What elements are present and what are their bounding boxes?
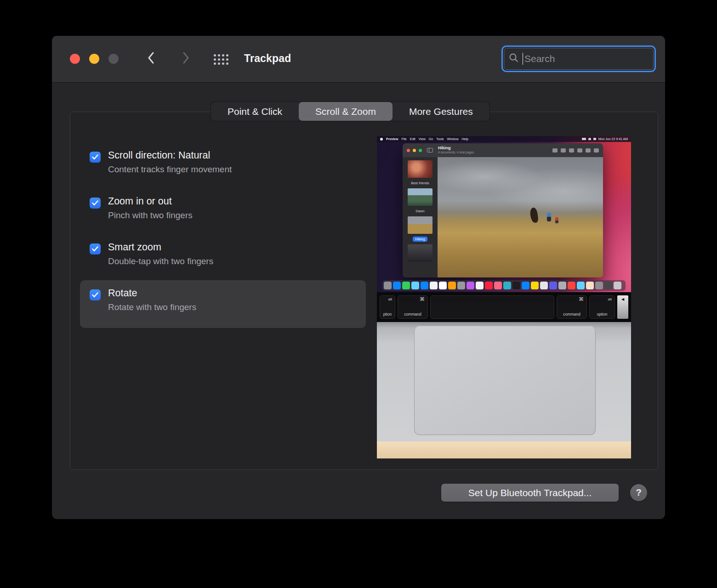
photo-thumbnail bbox=[408, 160, 432, 178]
preview-menu-item: Tools bbox=[436, 137, 444, 141]
demo-desk-surface bbox=[377, 441, 631, 458]
preview-menu-item: Help bbox=[461, 137, 468, 141]
dock-app-icon bbox=[604, 282, 612, 289]
preview-menu-item: Preview bbox=[386, 137, 398, 141]
search-input[interactable]: Search bbox=[524, 53, 555, 64]
dock-app-icon bbox=[439, 282, 447, 289]
titlebar: Trackpad Search bbox=[52, 36, 665, 83]
dock-app-icon bbox=[586, 282, 594, 289]
preview-menubar-items: PreviewFileEditViewGoToolsWindowHelp bbox=[386, 137, 468, 141]
option-key: alt ption bbox=[380, 295, 395, 319]
demo-preview-app-window: Hiking 4 documents, 4 total pages bbox=[403, 143, 603, 277]
setting-checkbox[interactable] bbox=[90, 289, 101, 300]
share-icon bbox=[569, 148, 574, 153]
demo-clock: Mon Jun 22 9:41 AM bbox=[598, 137, 628, 141]
hiking-photo bbox=[438, 157, 603, 277]
tab-more-gestures[interactable]: More Gestures bbox=[393, 102, 489, 121]
demo-document-subtitle: 4 documents, 4 total pages bbox=[438, 151, 474, 154]
dock-app-icon bbox=[558, 282, 566, 289]
setting-row[interactable]: Smart zoom Double-tap with two fingers bbox=[80, 234, 366, 282]
control-center-icon bbox=[593, 138, 596, 140]
dock-app-icon bbox=[531, 282, 539, 289]
demo-close-button bbox=[407, 149, 410, 152]
chevron-right-icon bbox=[182, 52, 189, 66]
preview-sidebar-item: Hiking bbox=[403, 216, 438, 242]
show-all-grid-icon[interactable] bbox=[214, 54, 228, 65]
close-button[interactable] bbox=[70, 54, 80, 64]
back-button[interactable] bbox=[144, 51, 158, 67]
dock-app-icon bbox=[476, 282, 484, 289]
preview-menu-item: Edit bbox=[410, 137, 415, 141]
preview-menu-item: Window bbox=[447, 137, 459, 141]
markup-icon bbox=[577, 148, 582, 153]
preview-sidebar-item: Dawn bbox=[403, 188, 438, 214]
setting-description: Rotate with two fingers bbox=[108, 302, 196, 312]
demo-document-title: Hiking bbox=[438, 146, 474, 151]
setting-description: Pinch with two fingers bbox=[108, 210, 193, 220]
space-key bbox=[430, 295, 554, 319]
dock-app-icon bbox=[457, 282, 465, 289]
help-button[interactable]: ? bbox=[630, 484, 647, 501]
dock-app-icon bbox=[411, 282, 419, 289]
demo-menubar: PreviewFileEditViewGoToolsWindowHelp Mon… bbox=[377, 136, 631, 142]
gesture-tabbar: Point & Click Scroll & Zoom More Gesture… bbox=[211, 102, 490, 121]
setting-checkbox[interactable] bbox=[90, 152, 101, 163]
setting-label: Smart zoom bbox=[108, 242, 213, 253]
sidebar-toggle-icon bbox=[427, 148, 433, 153]
dock-app-icon bbox=[448, 282, 456, 289]
dock-app-icon bbox=[577, 282, 585, 289]
demo-minimize-button bbox=[413, 149, 416, 152]
setting-row[interactable]: Zoom in or out Pinch with two fingers bbox=[80, 188, 366, 236]
setting-description: Double-tap with two fingers bbox=[108, 256, 213, 266]
forward-button[interactable] bbox=[179, 51, 193, 67]
zoom-in-icon bbox=[561, 148, 566, 153]
setting-label: Rotate bbox=[108, 288, 196, 299]
dock-app-icon bbox=[614, 282, 621, 289]
command-key: ⌘ command bbox=[557, 295, 587, 319]
keyboard-edge: ◀ bbox=[617, 295, 628, 319]
demo-toolbar bbox=[552, 148, 599, 153]
command-key: ⌘ command bbox=[398, 295, 428, 319]
setting-description: Content tracks finger movement bbox=[108, 164, 232, 175]
thumbnail-label: Best friends bbox=[408, 181, 432, 186]
demo-palmrest bbox=[377, 322, 631, 441]
option-key: alt option bbox=[589, 295, 615, 319]
search-field[interactable]: Search bbox=[501, 45, 656, 72]
hiker-figure bbox=[555, 217, 558, 223]
setting-checkbox[interactable] bbox=[90, 243, 101, 254]
photo-thumbnail bbox=[408, 216, 432, 234]
demo-desktop-wallpaper: PreviewFileEditViewGoToolsWindowHelp Mon… bbox=[377, 136, 631, 292]
dock-app-icon bbox=[595, 282, 603, 289]
dock-app-icon bbox=[512, 282, 520, 289]
chevron-left-icon bbox=[148, 52, 154, 66]
setting-label: Scroll direction: Natural bbox=[108, 150, 232, 161]
setting-row[interactable]: Rotate Rotate with two fingers bbox=[80, 280, 366, 328]
setup-bluetooth-trackpad-button[interactable]: Set Up Bluetooth Trackpad... bbox=[441, 484, 619, 502]
setting-row[interactable]: Scroll direction: Natural Content tracks… bbox=[80, 142, 366, 190]
setting-checkbox[interactable] bbox=[90, 198, 101, 209]
minimize-button[interactable] bbox=[89, 54, 99, 64]
arrow-left-icon: ◀ bbox=[617, 297, 628, 301]
search-icon bbox=[509, 53, 519, 65]
preview-sidebar: Best friendsDawnHiking bbox=[403, 157, 438, 277]
zoom-button bbox=[108, 54, 119, 64]
rotate-icon bbox=[586, 148, 591, 153]
trackpad-preferences-window: Trackpad Search Point & Click Scroll & Z… bbox=[52, 36, 665, 519]
dock-app-icon bbox=[549, 282, 557, 289]
dock-app-icon bbox=[568, 282, 575, 289]
dock-app-icon bbox=[384, 282, 392, 289]
thumbnail-label: Dawn bbox=[413, 209, 427, 214]
dock-app-icon bbox=[540, 282, 548, 289]
dock-app-icon bbox=[467, 282, 474, 289]
preview-sidebar-item bbox=[403, 244, 438, 262]
setting-label: Zoom in or out bbox=[108, 196, 193, 207]
demo-keyboard: alt ption ⌘ command ⌘ command alt op bbox=[377, 292, 631, 322]
zoom-out-icon bbox=[552, 148, 558, 153]
tab-point-and-click[interactable]: Point & Click bbox=[211, 102, 299, 121]
hiker-figure bbox=[529, 207, 539, 223]
dock-app-icon bbox=[494, 282, 502, 289]
apple-menu-icon bbox=[380, 138, 383, 141]
dock-app-icon bbox=[430, 282, 438, 289]
thumbnail-label: Hiking bbox=[413, 237, 428, 242]
tab-scroll-and-zoom[interactable]: Scroll & Zoom bbox=[299, 102, 393, 121]
